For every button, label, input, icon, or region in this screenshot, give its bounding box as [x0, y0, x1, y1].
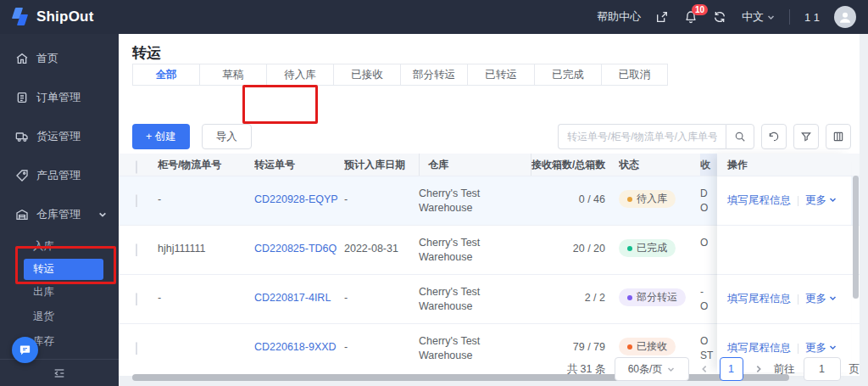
boxes-cell: 20 / 20 — [531, 226, 619, 255]
transfer-no-link[interactable]: CD220817-4IRL — [254, 292, 331, 304]
search-button[interactable] — [726, 124, 754, 149]
fill-lastmile-link[interactable]: 填写尾程信息 — [727, 341, 791, 355]
status-tabs: 全部草稿待入库已接收部分转运已转运已完成已取消 — [132, 64, 668, 86]
sidebar-subitem-退货[interactable]: 退货 — [0, 305, 119, 329]
tab-已接收[interactable]: 已接收 — [333, 64, 400, 85]
sidebar-item-label: 货运管理 — [36, 129, 81, 144]
status-cell: 已接收 — [619, 324, 700, 355]
operations-cell: 填写尾程信息更多 — [717, 176, 851, 225]
status-cell: 已完成 — [619, 226, 700, 257]
chevron-down-icon — [767, 14, 775, 21]
chevron-left-icon — [700, 365, 709, 373]
row-checkbox[interactable] — [136, 293, 137, 305]
search-icon — [734, 131, 746, 143]
sidebar-subitem-转运[interactable]: 转运 — [24, 259, 103, 280]
page-size-select[interactable]: 60条/页 — [615, 357, 689, 381]
tab-草稿[interactable]: 草稿 — [199, 64, 266, 85]
tab-已取消[interactable]: 已取消 — [601, 64, 668, 85]
row-checkbox[interactable] — [136, 194, 137, 207]
sidebar-subitem-出库[interactable]: 出库 — [0, 280, 119, 305]
sidebar-item-label: 订单管理 — [36, 90, 81, 105]
fill-lastmile-link[interactable]: 填写尾程信息 — [727, 292, 791, 306]
tab-全部[interactable]: 全部 — [132, 64, 199, 85]
search-input[interactable] — [558, 124, 726, 149]
status-badge: 待入库 — [619, 190, 676, 208]
current-page-button[interactable]: 1 — [720, 357, 743, 381]
status-dot-icon — [627, 295, 632, 300]
more-link[interactable]: 更多 — [805, 341, 837, 355]
tab-已完成[interactable]: 已完成 — [534, 64, 601, 85]
create-button[interactable]: + 创建 — [132, 124, 190, 149]
ops-divider — [798, 196, 798, 206]
transfer-table: 柜号/物流单号转运单号预计入库日期仓库接收箱数/总箱数状态收 -CD220928… — [119, 154, 860, 376]
sidebar-collapse-button[interactable] — [0, 359, 119, 386]
sync-icon[interactable] — [713, 10, 727, 25]
row-checkbox[interactable] — [136, 342, 137, 355]
status-badge: 已接收 — [619, 338, 676, 355]
sidebar-item-home[interactable]: 首页 — [0, 39, 119, 78]
status-label: 已接收 — [637, 339, 667, 354]
more-link[interactable]: 更多 — [805, 193, 837, 208]
row-checkbox-cell — [119, 176, 158, 207]
sidebar-item-label: 仓库管理 — [36, 207, 81, 222]
row-checkbox[interactable] — [136, 243, 137, 256]
sidebar-item-tag[interactable]: 产品管理 — [0, 156, 119, 195]
chevron-down-icon — [829, 342, 837, 354]
reset-button[interactable] — [761, 124, 787, 149]
status-cell: 部分转运 — [619, 275, 700, 306]
sidebar: 首页订单管理货运管理产品管理仓库管理 入库转运出库退货库存 — [0, 34, 119, 386]
notifications-bell-icon[interactable]: 10 — [684, 10, 698, 25]
next-page-button[interactable] — [752, 365, 765, 373]
eta-cell: 2022-08-31 — [344, 226, 419, 255]
prev-page-button[interactable] — [698, 365, 711, 373]
chevron-down-icon — [667, 366, 675, 373]
warehouse-cell: Cherry's Test Warehouse — [419, 226, 531, 265]
operations-cell — [717, 225, 851, 274]
warehouse-cell: Cherry's Test Warehouse — [419, 176, 531, 215]
col-transfer: 转运单号 — [254, 154, 344, 176]
row-checkbox-cell — [119, 324, 158, 355]
boxes-cell: 2 / 2 — [531, 275, 619, 304]
filter-button[interactable] — [793, 124, 819, 149]
home-icon — [15, 52, 29, 65]
chat-button[interactable] — [12, 337, 38, 363]
tab-待入库[interactable]: 待入库 — [266, 64, 333, 85]
transfer-no-cell: CD220928-EQYP — [254, 176, 344, 205]
clipped-cell: DO — [700, 176, 719, 215]
sidebar-item-warehouse[interactable]: 仓库管理 — [0, 195, 119, 234]
transfer-no-link[interactable]: CD220825-TD6Q — [254, 243, 337, 255]
language-selector[interactable]: 中文 — [742, 9, 775, 25]
transfer-no-cell: CD220618-9XXD — [254, 324, 344, 353]
operations-fixed-column: 操作 填写尾程信息更多填写尾程信息更多填写尾程信息更多 — [717, 154, 851, 372]
header-checkbox-cell — [119, 151, 158, 178]
transfer-no-link[interactable]: CD220618-9XXD — [254, 341, 337, 353]
fill-lastmile-link[interactable]: 填写尾程信息 — [727, 193, 791, 208]
warehouse-cell: Cherry's Test Warehouse — [419, 275, 531, 314]
status-badge: 已完成 — [619, 239, 676, 257]
chevron-right-icon — [754, 365, 763, 373]
sidebar-subitem-入库[interactable]: 入库 — [0, 234, 119, 259]
boxes-cell: 0 / 46 — [531, 176, 619, 205]
select-all-checkbox[interactable] — [136, 160, 137, 174]
sidebar-item-truck[interactable]: 货运管理 — [0, 117, 119, 156]
header-divider — [789, 9, 790, 25]
tab-部分转运[interactable]: 部分转运 — [400, 64, 467, 85]
clipped-cell: -O — [700, 275, 719, 314]
help-center-link[interactable]: 帮助中心 — [597, 9, 641, 25]
share-icon[interactable] — [655, 10, 670, 25]
vertical-scrollbar-thumb[interactable] — [853, 176, 859, 299]
tab-已转运[interactable]: 已转运 — [467, 64, 534, 85]
column-settings-button[interactable] — [826, 124, 851, 149]
goto-page-input[interactable] — [804, 357, 841, 381]
eta-cell: - — [344, 176, 419, 205]
ops-divider — [798, 294, 798, 305]
transfer-no-link[interactable]: CD220928-EQYP — [254, 193, 338, 205]
sidebar-item-order[interactable]: 订单管理 — [0, 78, 119, 117]
row-checkbox-cell — [119, 275, 158, 305]
more-link[interactable]: 更多 — [805, 292, 837, 306]
sidebar-item-label: 产品管理 — [36, 168, 81, 183]
import-button[interactable]: 导入 — [202, 124, 252, 149]
page-unit-label: 页 — [849, 362, 860, 377]
status-label: 待入库 — [637, 192, 667, 206]
avatar[interactable] — [834, 6, 856, 28]
